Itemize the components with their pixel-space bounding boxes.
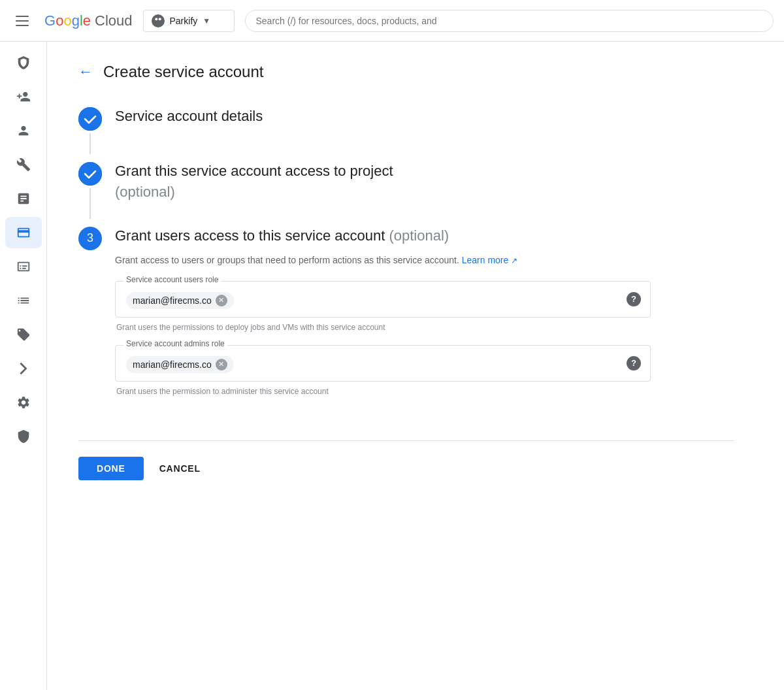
admins-role-label: Service account admins role: [123, 339, 227, 348]
sidebar-item-tag[interactable]: [5, 319, 42, 350]
users-role-label: Service account users role: [123, 275, 221, 284]
svg-point-1: [158, 18, 161, 20]
step-3-circle: 3: [78, 227, 102, 250]
topbar: Google Cloud Parkify ▼: [0, 0, 784, 42]
menu-button[interactable]: [10, 10, 34, 31]
step-2: Grant this service account access to pro…: [78, 162, 666, 222]
step-2-title: Grant this service account access to pro…: [115, 162, 666, 181]
step-3: 3 Grant users access to this service acc…: [78, 227, 666, 430]
layout: ← Create service account Service account…: [0, 42, 784, 690]
sidebar-item-id-card[interactable]: [5, 251, 42, 282]
chevron-down-icon: ▼: [203, 16, 210, 25]
users-role-hint: Grant users the permissions to deploy jo…: [115, 323, 666, 332]
users-role-help-icon[interactable]: ?: [627, 292, 641, 306]
svg-point-0: [155, 18, 157, 20]
project-icon: [152, 14, 165, 27]
users-role-chip: marian@firecms.co ✕: [126, 292, 234, 309]
users-role-chip-close[interactable]: ✕: [216, 295, 227, 306]
step-3-content: Grant users access to this service accou…: [115, 227, 666, 430]
sidebar-item-service-accounts[interactable]: [5, 217, 42, 248]
step-3-indicator: 3: [78, 227, 102, 430]
svg-point-2: [78, 107, 102, 131]
step-2-line: [90, 188, 91, 219]
step-2-optional: (optional): [115, 184, 666, 201]
admins-role-chip: marian@firecms.co ✕: [126, 356, 234, 373]
sidebar-item-forward[interactable]: [5, 353, 42, 384]
back-button[interactable]: ←: [78, 65, 93, 79]
step-1-line: [90, 133, 91, 154]
search-input[interactable]: [245, 10, 774, 32]
sidebar-item-account[interactable]: [5, 115, 42, 146]
external-link-icon: ↗: [511, 256, 517, 265]
sidebar-item-list[interactable]: [5, 285, 42, 316]
project-selector[interactable]: Parkify ▼: [143, 10, 235, 32]
cancel-button[interactable]: CANCEL: [159, 463, 201, 474]
sidebar-item-gear[interactable]: [5, 387, 42, 418]
admins-role-chip-value: marian@firecms.co: [133, 359, 212, 370]
step-2-circle: [78, 162, 102, 186]
step-1: Service account details: [78, 107, 666, 157]
users-role-field[interactable]: Service account users role marian@firecm…: [115, 281, 651, 318]
sidebar: [0, 42, 47, 690]
actions-bar: DONE CANCEL: [78, 440, 734, 496]
steps-container: Service account details Grant: [78, 107, 666, 430]
main-content: ← Create service account Service account…: [47, 42, 766, 690]
done-button[interactable]: DONE: [78, 457, 144, 480]
admins-role-help-icon[interactable]: ?: [627, 356, 641, 370]
step-1-indicator: [78, 107, 102, 157]
admins-role-chip-close[interactable]: ✕: [216, 359, 227, 370]
step-1-title: Service account details: [115, 107, 666, 126]
step-3-title: Grant users access to this service accou…: [115, 227, 666, 246]
step-1-content: Service account details: [115, 107, 666, 157]
step-1-circle: [78, 107, 102, 131]
users-role-chip-value: marian@firecms.co: [133, 295, 212, 306]
sidebar-item-security[interactable]: [5, 421, 42, 452]
admins-role-field[interactable]: Service account admins role marian@firec…: [115, 345, 651, 382]
sidebar-item-wrench[interactable]: [5, 149, 42, 180]
admins-role-hint: Grant users the permission to administer…: [115, 387, 666, 396]
step-2-content: Grant this service account access to pro…: [115, 162, 666, 222]
svg-point-3: [78, 162, 102, 186]
learn-more-link[interactable]: Learn more ↗: [462, 255, 517, 265]
page-title: Create service account: [103, 63, 263, 81]
google-cloud-logo: Google Cloud: [44, 12, 133, 29]
step-3-description: Grant access to users or groups that nee…: [115, 253, 572, 267]
sidebar-item-add-user[interactable]: [5, 81, 42, 112]
sidebar-item-report[interactable]: [5, 183, 42, 214]
sidebar-item-iam[interactable]: [5, 47, 42, 78]
page-header: ← Create service account: [78, 63, 734, 81]
project-name: Parkify: [170, 16, 198, 26]
step-2-indicator: [78, 162, 102, 222]
